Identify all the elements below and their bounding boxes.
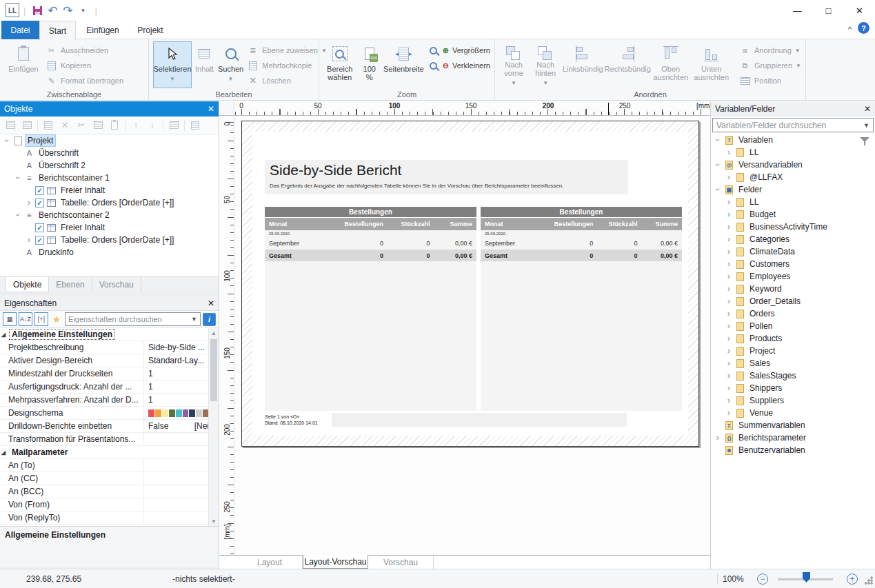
close-button[interactable]: ✕ (844, 0, 875, 21)
designschema-swatches[interactable] (143, 407, 219, 419)
expand-icon[interactable]: › (725, 235, 733, 243)
zoom-out-button[interactable]: ⊖Verkleinern (428, 59, 490, 72)
format-painter-button[interactable]: ✎Format übertragen (46, 74, 123, 87)
expand-icon[interactable]: › (714, 434, 722, 442)
field-item-0[interactable]: ›TVariablen (711, 134, 875, 146)
expand-icon[interactable]: › (725, 297, 733, 305)
field-item-19[interactable]: ›SalesStages (711, 369, 875, 382)
field-item-3[interactable]: ›@LLFAX (711, 171, 875, 183)
paste-button[interactable]: Einfügen (4, 41, 43, 88)
expression-button[interactable]: [+] (34, 312, 48, 326)
property-value[interactable] (143, 511, 219, 524)
property-row[interactable]: Von (ReplyTo) (0, 511, 219, 525)
quick-access-dropdown[interactable]: ▾ (75, 3, 90, 18)
expand-icon[interactable]: › (725, 334, 733, 343)
expand-icon[interactable]: › (725, 409, 733, 417)
visibility-checkbox[interactable]: ✓ (35, 236, 44, 245)
categorized-view-button[interactable]: ▦ (3, 312, 17, 326)
tab-projekt[interactable]: Projekt (131, 21, 170, 39)
multicopy-button[interactable]: Mehrfachkopie (247, 59, 327, 72)
filter-funnel-icon[interactable] (860, 137, 869, 146)
edit-list-icon[interactable] (189, 119, 201, 132)
property-value[interactable]: Side-by-Side ... (143, 341, 219, 354)
close-icon[interactable]: ✕ (208, 104, 214, 114)
collapse-icon[interactable]: › (714, 185, 722, 194)
tab-datei[interactable]: Datei (1, 21, 39, 39)
property-value[interactable]: 1 (143, 394, 219, 406)
field-item-11[interactable]: ›Employees (711, 270, 875, 283)
expand-icon[interactable]: › (725, 310, 733, 318)
align-left-button[interactable]: Linksbündig (563, 41, 603, 88)
field-item-15[interactable]: ›Pollen (711, 320, 875, 332)
cut-icon[interactable]: ✂ (75, 119, 88, 132)
group-objects-button[interactable]: ⧉Gruppieren▼ (739, 59, 801, 72)
property-value[interactable] (143, 459, 219, 472)
object-item-9[interactable]: ADruckinfo (0, 246, 219, 258)
properties-icon[interactable] (42, 119, 54, 132)
move-up-icon[interactable]: ↑ (130, 119, 142, 132)
delete-icon[interactable]: ✕ (59, 119, 71, 132)
property-row[interactable]: Mehrpassverfahren: Anzahl der D...1 (0, 394, 219, 407)
help-button[interactable]: ? (858, 22, 869, 34)
field-item-18[interactable]: ›Sales (711, 357, 875, 369)
expand-icon[interactable]: › (25, 236, 33, 244)
scroll-up-icon[interactable]: ▲ (209, 328, 219, 338)
panel-tab-ebenen[interactable]: Ebenen (49, 277, 92, 292)
resize-grip[interactable] (865, 576, 873, 585)
property-row[interactable]: Von (From) (0, 498, 219, 511)
zoom-100-button[interactable]: 100 100 % (359, 41, 380, 88)
report-table-1[interactable]: BestellungenMonatBestellungenStückzahlSu… (265, 207, 476, 411)
object-item-5[interactable]: ›✓Tabelle: Orders [OrderDate [+]] (0, 196, 219, 209)
expand-icon[interactable]: › (725, 210, 733, 219)
field-item-1[interactable]: ›LL (711, 146, 875, 159)
property-value[interactable]: 1 (143, 367, 219, 380)
favorites-star-icon[interactable]: ★ (50, 314, 63, 325)
field-item-5[interactable]: ›LL (711, 196, 875, 208)
field-item-21[interactable]: ›Suppliers (711, 394, 875, 407)
zoom-out-button[interactable]: − (757, 574, 768, 585)
align-top-button[interactable]: Oben ausrichten (652, 41, 689, 88)
paste-icon[interactable] (108, 119, 121, 132)
property-row[interactable]: Mindestzahl der Druckseiten1 (0, 367, 219, 381)
collapse-icon[interactable]: › (3, 136, 11, 145)
category-collapse-icon[interactable]: ◢ (1, 332, 10, 338)
expand-icon[interactable]: › (725, 198, 733, 206)
property-row[interactable]: Aktiver Design-BereichStandard-Lay... (0, 354, 219, 367)
property-row[interactable]: Drilldown-Berichte einbettenFalse[Nein] (0, 420, 219, 433)
arrangement-button[interactable]: ⧈Anordnung▼ (739, 44, 801, 57)
property-row[interactable]: Transformation für Präsentations...[] (0, 433, 219, 446)
sort-az-button[interactable]: A↓Z (19, 312, 32, 326)
maximize-button[interactable]: □ (813, 0, 844, 21)
bring-to-front-button[interactable]: Nach vorne▼ (499, 41, 528, 88)
search-button[interactable]: Suchen ▼ (217, 41, 244, 88)
visibility-checkbox[interactable]: ✓ (35, 223, 44, 232)
collapse-icon[interactable]: › (14, 211, 22, 219)
property-value[interactable]: [] (143, 433, 219, 445)
property-row[interactable]: ProjektbeschreibungSide-by-Side ... (0, 341, 219, 354)
send-to-back-button[interactable]: Nach hinten▼ (531, 41, 560, 88)
field-item-6[interactable]: ›Budget (711, 208, 875, 221)
object-item-7[interactable]: ✓Freier Inhalt (0, 221, 219, 234)
view-tab-vorschau[interactable]: Vorschau (368, 556, 434, 569)
collapse-ribbon-icon[interactable]: › (845, 26, 854, 30)
expand-icon[interactable]: › (725, 359, 733, 367)
field-item-25[interactable]: ☻Benutzervariablen (711, 444, 875, 456)
scrollbar-thumb[interactable] (210, 339, 217, 401)
object-item-2[interactable]: AÜberschrift 2 (0, 159, 219, 172)
copy-icon[interactable] (92, 119, 104, 132)
field-item-17[interactable]: ›Project (711, 345, 875, 357)
app-icon[interactable]: LL (6, 3, 19, 17)
expand-icon[interactable]: › (725, 260, 733, 268)
view-tab-layout-vorschau[interactable]: Layout-Vorschau (303, 555, 368, 569)
canvas-viewport[interactable]: Side-by-Side Bericht Das Ergebnis der Au… (234, 116, 710, 555)
page-width-button[interactable]: ◂▸ Seitenbreite (383, 41, 425, 88)
object-item-8[interactable]: ›✓Tabelle: Orders [OrderDate [+]] (0, 234, 219, 246)
object-item-6[interactable]: ›≡Berichtscontainer 2 (0, 209, 219, 221)
edit-table-icon[interactable] (168, 119, 180, 132)
object-item-3[interactable]: ›≡Berichtscontainer 1 (0, 172, 219, 184)
field-item-24[interactable]: ›{}Berichtsparameter (711, 432, 875, 444)
expand-icon[interactable]: › (725, 247, 733, 256)
tab-start[interactable]: Start (39, 21, 76, 40)
expand-icon[interactable]: › (725, 173, 733, 181)
close-icon[interactable]: ✕ (208, 298, 214, 308)
